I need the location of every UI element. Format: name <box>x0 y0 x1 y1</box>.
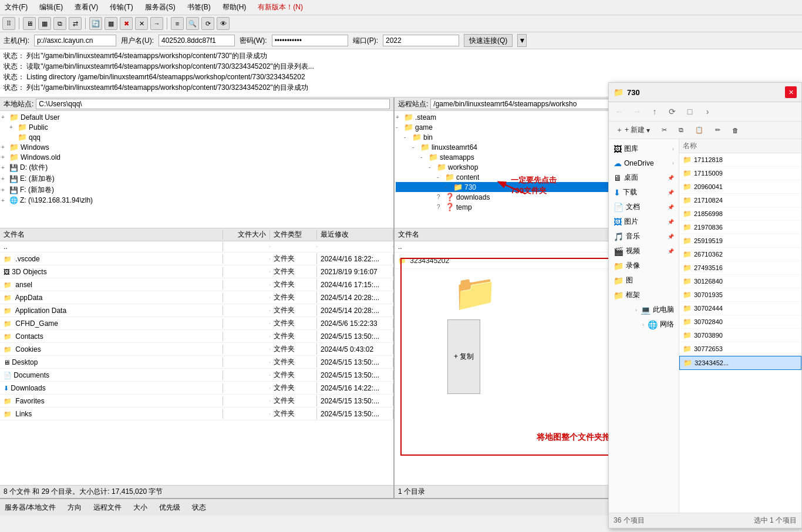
explorer-forward-btn[interactable]: → <box>630 105 644 119</box>
tree-node-public[interactable]: + 📁 Public <box>1 122 392 132</box>
sidebar-item-music[interactable]: 🎵 音乐 📌 <box>609 229 679 244</box>
local-file-list[interactable]: 文件名 文件大小 文件类型 最近修改 .. 📁 .vscode 文件夹 2024… <box>0 228 393 485</box>
sidebar-item-downloads[interactable]: ⬇ 下载 📌 <box>609 185 679 200</box>
menu-newversion[interactable]: 有新版本！(N) <box>255 1 305 14</box>
tree-node-qqq[interactable]: 📁 qqq <box>1 132 392 142</box>
explorer-file-row-17115009[interactable]: 📁 17115009 <box>679 167 801 180</box>
explorer-file-row-27493516[interactable]: 📁 27493516 <box>679 261 801 275</box>
explorer-file-row-30126840[interactable]: 📁 30126840 <box>679 275 801 288</box>
sidebar-item-onedrive[interactable]: ☁ OneDrive › <box>609 156 679 170</box>
explorer-cut-btn[interactable]: ✂ <box>658 124 670 136</box>
sidebar-item-pictures[interactable]: 🖼 图片 📌 <box>609 214 679 229</box>
toolbar-icon-11[interactable]: 👁 <box>217 17 230 30</box>
toolbar-icon-5[interactable]: ⇄ <box>69 17 82 30</box>
quick-connect-dropdown[interactable]: ▼ <box>517 34 527 47</box>
explorer-view-btn[interactable]: □ <box>683 105 697 119</box>
sidebar-item-gallery[interactable]: 🖼 图库 › <box>609 142 679 156</box>
tree-node-windows[interactable]: + 📁 Windows <box>1 142 392 152</box>
explorer-file-row-21710824[interactable]: 📁 21710824 <box>679 194 801 207</box>
local-file-row-cfhd[interactable]: 📁 CFHD_Game 文件夹 2024/5/6 15:22:33 <box>0 317 393 330</box>
sidebar-item-video[interactable]: 🎬 视频 📌 <box>609 244 679 258</box>
explorer-file-list[interactable]: 名称 📁 17112818 📁 17115009 📁 20960041 📁 21… <box>679 139 801 513</box>
explorer-file-row-30703890[interactable]: 📁 30703890 <box>679 329 801 342</box>
toolbar-cancel[interactable]: ✖ <box>120 17 133 30</box>
toolbar-icon-10[interactable]: ⟳ <box>201 17 214 30</box>
sidebar-item-documents[interactable]: 📄 文档 📌 <box>609 200 679 214</box>
local-file-row-dotdot[interactable]: .. <box>0 241 393 252</box>
menu-edit[interactable]: 编辑(E) <box>37 1 65 14</box>
sidebar-item-tu[interactable]: 📁 图 <box>609 273 679 288</box>
local-file-row-documents[interactable]: 📄 Documents 文件夹 2024/5/15 13:50:... <box>0 369 393 382</box>
recording-icon: 📁 <box>614 261 624 271</box>
explorer-file-row-30772653[interactable]: 📁 30772653 <box>679 342 801 356</box>
explorer-file-row-17112818[interactable]: 📁 17112818 <box>679 153 801 167</box>
menu-view[interactable]: 查看(V) <box>72 1 100 14</box>
explorer-file-row-25919519[interactable]: 📁 25919519 <box>679 234 801 248</box>
toolbar-icon-4[interactable]: ⧉ <box>53 17 66 30</box>
sidebar-item-desktop[interactable]: 🖥 桌面 📌 <box>609 170 679 185</box>
local-file-row-cookies[interactable]: 📁 Cookies 文件夹 2024/4/5 0:43:02 <box>0 343 393 356</box>
sidebar-item-network[interactable]: › 🌐 网络 <box>609 317 679 332</box>
quick-connect-btn[interactable]: 快速连接(Q) <box>464 34 513 47</box>
explorer-refresh-btn[interactable]: ⟳ <box>665 105 679 119</box>
explorer-rename-btn[interactable]: ✏ <box>712 124 724 136</box>
sidebar-item-recording[interactable]: 📁 录像 <box>609 258 679 273</box>
toolbar-icon-1[interactable]: ⠿ <box>2 17 15 30</box>
local-file-row-contacts[interactable]: 📁 Contacts 文件夹 2024/5/15 13:50:... <box>0 330 393 343</box>
user-input[interactable] <box>159 35 235 46</box>
local-file-row-desktop[interactable]: 🖥 Desktop 文件夹 2024/5/15 13:50:... <box>0 356 393 369</box>
tree-node-drive-f[interactable]: + 💾 F: (新加卷) <box>1 184 392 196</box>
local-file-row-links[interactable]: 📁 Links 文件夹 2024/5/15 13:50:... <box>0 408 393 420</box>
explorer-up-btn[interactable]: ↑ <box>648 105 662 119</box>
menu-help[interactable]: 帮助(H) <box>220 1 249 14</box>
explorer-file-row-20960041[interactable]: 📁 20960041 <box>679 180 801 194</box>
explorer-sidebar[interactable]: 🖼 图库 › ☁ OneDrive › 🖥 桌面 📌 ⬇ 下载 📌 📄 <box>609 139 679 513</box>
toolbar-search[interactable]: 🔍 <box>186 17 199 30</box>
local-site-input[interactable] <box>36 99 390 109</box>
explorer-file-row-30701935[interactable]: 📁 30701935 <box>679 288 801 302</box>
explorer-more-btn[interactable]: › <box>700 105 715 119</box>
explorer-paste-btn[interactable]: 📋 <box>692 124 707 136</box>
menu-transfer[interactable]: 传输(T) <box>107 1 135 14</box>
local-file-row-ansel[interactable]: 📁 ansel 文件夹 2024/4/16 17:15:... <box>0 278 393 291</box>
sidebar-item-thispc[interactable]: › 💻 此电脑 <box>609 302 679 317</box>
local-file-row-favorites[interactable]: 📁 Favorites 文件夹 2024/5/15 13:50:... <box>0 395 393 408</box>
tree-node-drive-e[interactable]: + 💾 E: (新加卷) <box>1 173 392 184</box>
pass-input[interactable] <box>272 35 348 46</box>
toolbar-icon-9[interactable]: ≡ <box>171 17 184 30</box>
local-file-row-applicationdata[interactable]: 📁 Application Data 文件夹 2024/5/14 20:28:.… <box>0 304 393 317</box>
tree-node-drive-z[interactable]: + 🌐 Z: (\\192.168.31.94\zlh) <box>1 196 392 205</box>
local-tree[interactable]: + 📁 Default User + 📁 Public 📁 qqq + 📁 Wi… <box>0 111 393 228</box>
toolbar-icon-8[interactable]: → <box>150 17 163 30</box>
explorer-file-row-26710362[interactable]: 📁 26710362 <box>679 248 801 261</box>
toolbar-icon-3[interactable]: ▦ <box>38 17 51 30</box>
explorer-file-row-30702840[interactable]: 📁 30702840 <box>679 315 801 329</box>
local-file-row-3dobjects[interactable]: 🖼 3D Objects 文件夹 2021/8/19 9:16:07 <box>0 265 393 278</box>
port-input[interactable] <box>383 35 459 46</box>
explorer-back-btn[interactable]: ← <box>612 105 626 119</box>
tree-node-defaultuser[interactable]: + 📁 Default User <box>1 112 392 122</box>
toolbar-icon-7[interactable]: ✕ <box>135 17 148 30</box>
toolbar-icon-2[interactable]: 🖥 <box>23 17 36 30</box>
host-input[interactable] <box>34 35 116 46</box>
explorer-new-btn[interactable]: ＋ + 新建 ▾ <box>612 123 653 137</box>
toolbar-icon-6[interactable]: ▦ <box>105 17 117 30</box>
sidebar-item-frame[interactable]: 📁 框架 <box>609 288 679 302</box>
local-file-row-vscode[interactable]: 📁 .vscode 文件夹 2024/4/16 18:22:... <box>0 252 393 265</box>
copy-button[interactable]: + 复制 <box>447 319 480 394</box>
menu-file[interactable]: 文件(F) <box>2 1 30 14</box>
explorer-file-row-21970836[interactable]: 📁 21970836 <box>679 221 801 234</box>
explorer-file-row-21856998[interactable]: 📁 21856998 <box>679 207 801 221</box>
explorer-copy-btn[interactable]: ⧉ <box>675 124 687 136</box>
toolbar-refresh[interactable]: 🔄 <box>89 17 102 30</box>
local-file-row-downloads[interactable]: ⬇ Downloads 文件夹 2024/5/16 14:22:... <box>0 382 393 395</box>
explorer-file-row-30702444[interactable]: 📁 30702444 <box>679 302 801 315</box>
menu-server[interactable]: 服务器(S) <box>143 1 178 14</box>
tree-node-windowsold[interactable]: + 📁 Windows.old <box>1 152 392 162</box>
explorer-file-row-32343452[interactable]: 📁 32343452... <box>679 356 801 370</box>
menu-bookmarks[interactable]: 书签(B) <box>185 1 213 14</box>
tree-node-drive-d[interactable]: + 💾 D: (软件) <box>1 162 392 173</box>
explorer-close-button[interactable]: ✕ <box>785 86 797 98</box>
local-file-row-appdata[interactable]: 📁 AppData 文件夹 2024/5/14 20:28:... <box>0 291 393 304</box>
explorer-delete-btn[interactable]: 🗑 <box>729 125 742 136</box>
